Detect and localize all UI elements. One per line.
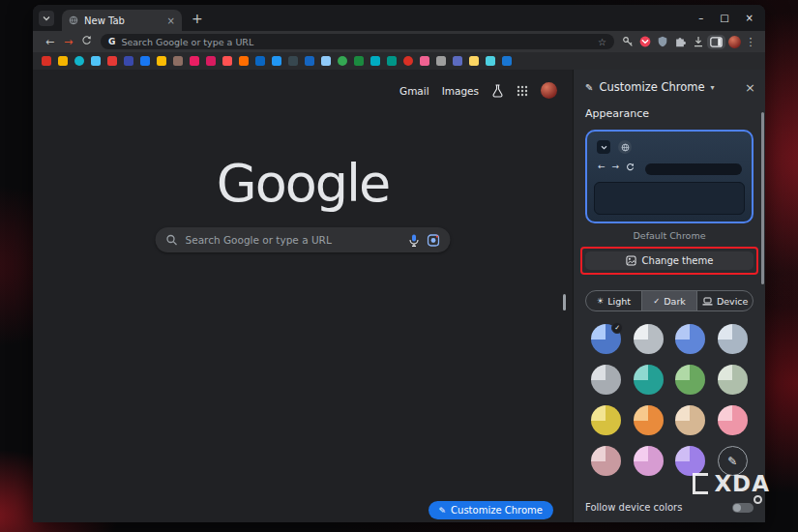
apps-grid-icon[interactable] xyxy=(517,85,528,97)
bookmark-favicon[interactable] xyxy=(403,56,413,66)
panel-scrollbar[interactable] xyxy=(761,112,764,284)
reload-button[interactable] xyxy=(77,35,96,48)
window-content: Gmail Images Google ✎ Custom xyxy=(33,70,765,522)
customize-chrome-label: Customize Chrome xyxy=(451,505,543,516)
gmail-link[interactable]: Gmail xyxy=(399,85,429,97)
minimize-button[interactable]: – xyxy=(698,13,703,23)
bookmark-favicon[interactable] xyxy=(305,56,314,66)
bookmark-favicon[interactable] xyxy=(486,56,495,66)
bookmark-favicon[interactable] xyxy=(469,56,479,66)
ntp-profile-avatar[interactable] xyxy=(541,82,557,99)
maximize-button[interactable]: □ xyxy=(720,13,728,23)
theme-swatch-cool-blue[interactable] xyxy=(675,324,705,354)
bookmark-favicon[interactable] xyxy=(190,56,199,66)
color-mode-tabs: ☀Light✓DarkDevice xyxy=(585,290,754,311)
theme-swatch-rose[interactable] xyxy=(591,446,621,476)
theme-preview-card[interactable]: ← → xyxy=(585,130,754,223)
chevron-down-icon xyxy=(43,15,50,21)
extensions-puzzle-icon[interactable] xyxy=(671,36,689,47)
theme-swatch-steel[interactable] xyxy=(718,324,748,354)
theme-swatch-silver[interactable] xyxy=(634,324,664,354)
bookmark-star-icon[interactable]: ☆ xyxy=(598,37,606,47)
theme-swatch-teal[interactable] xyxy=(634,365,664,395)
follow-device-colors-label: Follow device colors xyxy=(585,502,682,513)
bookmark-favicon[interactable] xyxy=(272,56,281,66)
bookmark-favicon[interactable] xyxy=(222,56,232,66)
bookmark-favicon[interactable] xyxy=(74,56,84,66)
follow-device-colors-toggle[interactable] xyxy=(732,503,754,513)
tab-close-icon[interactable]: × xyxy=(167,15,175,26)
panel-title: Customize Chrome xyxy=(599,80,704,94)
bookmark-favicon[interactable] xyxy=(206,56,216,66)
theme-swatch-tan[interactable] xyxy=(675,405,705,435)
address-bar[interactable]: G ☆ xyxy=(101,34,614,49)
bookmark-favicon[interactable] xyxy=(255,56,265,66)
theme-swatch-green[interactable] xyxy=(675,365,705,395)
labs-flask-icon[interactable] xyxy=(491,84,504,98)
mode-tab-light[interactable]: ☀Light xyxy=(586,291,641,310)
theme-swatch-orange[interactable] xyxy=(634,405,664,435)
bookmark-favicon[interactable] xyxy=(338,56,347,66)
new-tab-page: Gmail Images Google ✎ Custom xyxy=(33,70,573,522)
download-icon xyxy=(693,36,704,47)
forward-arrow-icon: → xyxy=(612,162,620,171)
customize-chrome-button[interactable]: ✎ Customize Chrome xyxy=(429,501,553,519)
shield-extension-icon[interactable] xyxy=(654,36,671,47)
chevron-down-icon[interactable]: ▾ xyxy=(711,83,715,92)
bookmark-favicon[interactable] xyxy=(420,56,429,66)
bookmark-favicon[interactable] xyxy=(91,56,101,66)
key-extension-icon[interactable] xyxy=(619,36,636,47)
bookmark-favicon[interactable] xyxy=(239,56,249,66)
forward-button[interactable]: → xyxy=(59,36,77,48)
ntp-search-input[interactable] xyxy=(186,234,401,246)
side-panel-resize-handle[interactable] xyxy=(563,294,566,310)
theme-swatch-grid: ✓✎ xyxy=(585,324,754,476)
theme-swatch-grey[interactable] xyxy=(591,365,621,395)
theme-swatch-sage[interactable] xyxy=(718,365,748,395)
voice-search-icon[interactable] xyxy=(409,234,420,247)
bookmark-favicon[interactable] xyxy=(453,56,462,66)
xda-text: XDA xyxy=(714,471,770,496)
bookmark-favicon[interactable] xyxy=(42,56,51,66)
tab-new-tab[interactable]: New Tab × xyxy=(62,10,182,31)
theme-swatch-blue[interactable]: ✓ xyxy=(591,324,621,354)
menu-kebab-icon[interactable]: ⋮ xyxy=(744,36,757,48)
back-button[interactable]: ← xyxy=(41,36,59,48)
ntp-search-box[interactable] xyxy=(156,227,451,252)
bookmark-favicon[interactable] xyxy=(140,56,150,66)
follow-device-colors-row: Follow device colors xyxy=(585,502,754,513)
panel-close-icon[interactable]: × xyxy=(745,80,755,95)
pocket-extension-icon[interactable] xyxy=(636,36,654,47)
bookmark-favicon[interactable] xyxy=(436,56,446,66)
bookmark-favicon[interactable] xyxy=(107,56,117,66)
close-button[interactable]: × xyxy=(746,13,754,23)
theme-swatch-yellow[interactable] xyxy=(591,405,621,435)
theme-swatch-orchid[interactable] xyxy=(634,446,664,476)
bookmark-favicon[interactable] xyxy=(58,56,68,66)
mode-tab-device[interactable]: Device xyxy=(696,291,753,310)
preview-page-body xyxy=(594,182,745,215)
bookmark-favicon[interactable] xyxy=(502,56,512,66)
profile-avatar[interactable] xyxy=(728,36,741,48)
tab-search-button[interactable] xyxy=(39,11,54,26)
mode-tab-dark[interactable]: ✓Dark xyxy=(641,291,697,310)
bookmark-favicon[interactable] xyxy=(157,56,166,66)
theme-swatch-pink[interactable] xyxy=(718,405,748,435)
side-panel-button[interactable] xyxy=(707,35,725,49)
downloads-button[interactable] xyxy=(689,34,707,49)
bookmark-favicon[interactable] xyxy=(387,56,397,66)
bookmark-favicon[interactable] xyxy=(354,56,364,66)
bookmark-favicon[interactable] xyxy=(370,56,380,66)
xda-badge-icon xyxy=(754,495,762,504)
address-input[interactable] xyxy=(121,37,592,47)
bookmark-favicon[interactable] xyxy=(288,56,298,66)
bookmark-favicon[interactable] xyxy=(173,56,183,66)
bookmark-favicon[interactable] xyxy=(124,56,133,66)
google-lens-icon[interactable] xyxy=(428,234,440,247)
preview-address-bar xyxy=(645,163,742,175)
change-theme-button[interactable]: Change theme xyxy=(585,251,754,270)
sun-icon: ☀ xyxy=(597,296,605,306)
new-tab-button[interactable]: + xyxy=(192,12,203,25)
images-link[interactable]: Images xyxy=(442,85,479,97)
bookmark-favicon[interactable] xyxy=(321,56,331,66)
